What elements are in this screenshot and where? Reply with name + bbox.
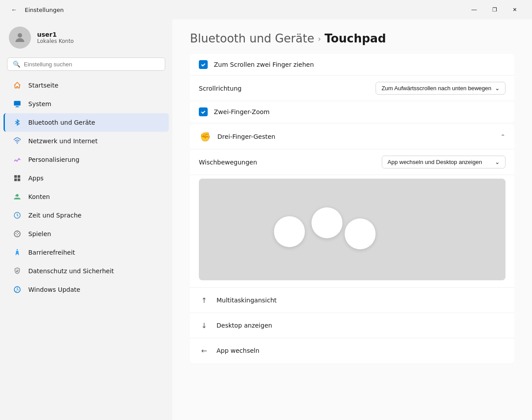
- avatar: [9, 27, 31, 49]
- two-finger-zoom-label: Zwei-Finger-Zoom: [214, 108, 505, 115]
- nav-label-netzwerk: Netzwerk und Internet: [28, 137, 98, 145]
- nav-item-netzwerk[interactable]: Netzwerk und Internet: [4, 132, 169, 150]
- swipe-label: Wischbewegungen: [199, 159, 382, 166]
- back-button[interactable]: ←: [7, 3, 21, 17]
- svg-rect-3: [15, 107, 19, 107]
- maximize-button[interactable]: ❐: [484, 3, 505, 17]
- nav-item-konten[interactable]: Konten: [4, 187, 169, 206]
- search-icon: 🔍: [13, 61, 20, 68]
- content-body: Zum Scrollen zwei Finger ziehen Scrollri…: [172, 54, 532, 420]
- user-role: Lokales Konto: [37, 38, 74, 44]
- three-finger-icon: ✊: [199, 130, 211, 143]
- two-finger-zoom-row: Zwei-Finger-Zoom: [190, 101, 514, 122]
- three-finger-chevron-icon: ⌃: [500, 133, 505, 140]
- swipe-row: Wischbewegungen App wechseln und Desktop…: [190, 149, 514, 175]
- desktop-label: Desktop anzeigen: [217, 322, 272, 329]
- nav-label-konten: Konten: [28, 193, 50, 200]
- breadcrumb-separator: ›: [318, 34, 321, 43]
- content-header: Bluetooth und Geräte › Touchpad: [172, 19, 532, 54]
- breadcrumb: Bluetooth und Geräte › Touchpad: [190, 32, 514, 45]
- bluetooth-icon: [12, 118, 22, 127]
- time-icon: [12, 210, 22, 220]
- up-arrow-icon: ↑: [199, 295, 209, 305]
- close-button[interactable]: ✕: [505, 3, 525, 17]
- nav-item-apps[interactable]: Apps: [4, 169, 169, 187]
- left-arrow-icon: ←: [199, 345, 209, 356]
- three-finger-section-header[interactable]: ✊ Drei-Finger-Gesten ⌃: [190, 124, 514, 149]
- svg-rect-8: [18, 179, 20, 181]
- scroll-settings-card: Zum Scrollen zwei Finger ziehen Scrollri…: [190, 54, 514, 122]
- svg-point-4: [17, 143, 18, 144]
- nav-label-update: Windows Update: [28, 286, 80, 293]
- sidebar: user1 Lokales Konto 🔍 Startseite: [0, 19, 172, 420]
- svg-point-16: [17, 234, 18, 235]
- scroll-two-finger-checkbox[interactable]: [199, 60, 208, 69]
- multitask-label: Multitaskingansicht: [217, 297, 277, 304]
- network-icon: [12, 136, 22, 146]
- user-section: user1 Lokales Konto: [0, 19, 172, 57]
- accounts-icon: [12, 192, 22, 202]
- nav-item-startseite[interactable]: Startseite: [4, 76, 169, 95]
- svg-point-9: [16, 194, 19, 197]
- svg-point-10: [15, 195, 16, 196]
- breadcrumb-parent[interactable]: Bluetooth und Geräte: [190, 32, 314, 45]
- svg-point-0: [18, 33, 22, 38]
- content-area: Bluetooth und Geräte › Touchpad Zum Scro…: [172, 19, 532, 420]
- svg-point-13: [15, 233, 16, 234]
- swipe-dropdown[interactable]: App wechseln und Desktop anzeigen ⌄: [382, 156, 505, 168]
- app-switch-label: App wechseln: [217, 347, 259, 354]
- finger-dot-2: [312, 207, 342, 238]
- nav-item-system[interactable]: System: [4, 95, 169, 113]
- titlebar: ← Einstellungen — ❐ ✕: [0, 0, 532, 19]
- scroll-direction-dropdown[interactable]: Zum Aufwärtsscrollen nach unten bewegen …: [376, 82, 505, 95]
- scroll-direction-row: Scrollrichtung Zum Aufwärtsscrollen nach…: [190, 76, 514, 101]
- svg-rect-7: [14, 179, 17, 181]
- finger-dot-1: [274, 216, 305, 247]
- nav-label-startseite: Startseite: [28, 82, 58, 89]
- home-icon: [12, 80, 22, 90]
- three-finger-content: Wischbewegungen App wechseln und Desktop…: [190, 149, 514, 363]
- window-controls: — ❐ ✕: [464, 3, 525, 17]
- scroll-two-finger-label: Zum Scrollen zwei Finger ziehen: [214, 61, 505, 68]
- svg-rect-6: [18, 175, 20, 178]
- down-arrow-icon: ↓: [199, 320, 209, 331]
- nav-item-datenschutz[interactable]: Datenschutz und Sicherheit: [4, 262, 169, 280]
- svg-rect-1: [14, 101, 21, 106]
- username: user1: [37, 31, 74, 38]
- app-body: user1 Lokales Konto 🔍 Startseite: [0, 19, 532, 420]
- minimize-button[interactable]: —: [464, 3, 484, 17]
- nav-label-barrierefreiheit: Barrierefreiheit: [28, 249, 75, 256]
- scroll-two-finger-row: Zum Scrollen zwei Finger ziehen: [190, 54, 514, 76]
- gesture-visual: [199, 179, 505, 280]
- privacy-icon: [12, 266, 22, 276]
- nav-label-personalisierung: Personalisierung: [28, 156, 80, 163]
- breadcrumb-current: Touchpad: [324, 32, 386, 45]
- nav-label-zeit: Zeit und Sprache: [28, 212, 81, 219]
- swipe-value: App wechseln und Desktop anzeigen: [388, 159, 482, 165]
- nav-label-apps: Apps: [28, 175, 44, 182]
- search-box[interactable]: 🔍: [7, 57, 165, 71]
- scroll-direction-label: Scrollrichtung: [199, 85, 376, 92]
- svg-point-15: [17, 232, 18, 233]
- nav-item-zeit[interactable]: Zeit und Sprache: [4, 206, 169, 225]
- app-title: Einstellungen: [25, 7, 64, 13]
- nav-label-datenschutz: Datenschutz und Sicherheit: [28, 267, 114, 275]
- nav-label-spielen: Spielen: [28, 230, 51, 237]
- app-switch-action: ← App wechseln: [190, 338, 514, 363]
- update-icon: [12, 285, 22, 294]
- nav-item-spielen[interactable]: Spielen: [4, 225, 169, 243]
- swipe-dropdown-chevron-icon: ⌄: [495, 159, 500, 165]
- system-icon: [12, 99, 22, 109]
- two-finger-zoom-checkbox[interactable]: [199, 107, 208, 116]
- nav-item-barrierefreiheit[interactable]: Barrierefreiheit: [4, 243, 169, 262]
- apps-icon: [12, 173, 22, 183]
- nav-item-bluetooth[interactable]: Bluetooth und Geräte: [4, 113, 169, 132]
- nav-label-system: System: [28, 100, 51, 107]
- desktop-action: ↓ Desktop anzeigen: [190, 313, 514, 338]
- search-input[interactable]: [24, 61, 160, 68]
- nav-item-personalisierung[interactable]: Personalisierung: [4, 150, 169, 169]
- accessibility-icon: [12, 248, 22, 257]
- user-info: user1 Lokales Konto: [37, 31, 74, 44]
- personalization-icon: [12, 155, 22, 164]
- nav-item-windows-update[interactable]: Windows Update: [4, 280, 169, 299]
